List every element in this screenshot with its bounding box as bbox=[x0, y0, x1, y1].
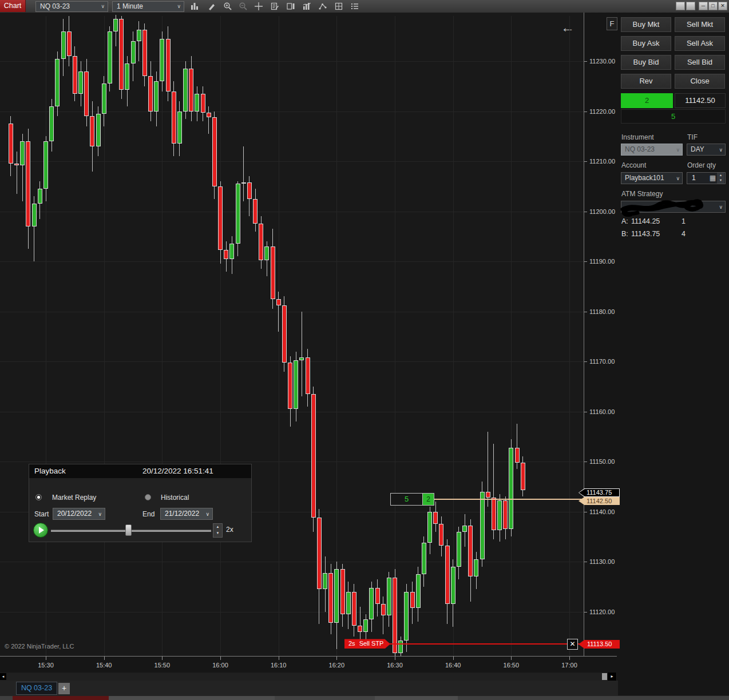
candle-down bbox=[393, 578, 397, 653]
close-position-button[interactable]: Close bbox=[675, 74, 725, 89]
candle-up bbox=[457, 532, 461, 567]
spin-up-icon[interactable]: ▲ bbox=[213, 524, 222, 530]
focus-button[interactable]: F bbox=[607, 17, 617, 30]
time-label: 16:20 bbox=[329, 662, 345, 669]
taskbar-edge-segment bbox=[13, 696, 109, 700]
window-title: Chart bbox=[0, 0, 26, 12]
sell-ask-button[interactable]: Sell Ask bbox=[675, 36, 725, 51]
candle-up bbox=[49, 106, 54, 141]
price-axis[interactable]: F 11143.75 11142.50 11113.50 11230.00112… bbox=[584, 13, 617, 656]
list-icon[interactable] bbox=[349, 1, 360, 11]
buy-mkt-button[interactable]: Buy Mkt bbox=[621, 17, 671, 32]
historical-radio[interactable] bbox=[145, 494, 151, 500]
interval-selector[interactable]: 1 Minute ∨ bbox=[112, 1, 184, 12]
horizontal-gridline bbox=[0, 212, 584, 212]
scroll-right-icon[interactable]: ▸ bbox=[608, 673, 616, 681]
spin-down-icon[interactable]: ▼ bbox=[213, 530, 222, 536]
grid-icon[interactable] bbox=[333, 1, 344, 11]
horizontal-gridline bbox=[0, 462, 584, 462]
play-button[interactable] bbox=[33, 523, 48, 538]
horizontal-gridline bbox=[0, 562, 584, 562]
candle-wick bbox=[278, 292, 279, 332]
price-chart[interactable]: ← © 2022 NinjaTrader, LLC 5 2 2sSell STP… bbox=[0, 13, 584, 656]
playback-header[interactable]: Playback 20/12/2022 16:51:41 bbox=[29, 464, 251, 478]
price-tick bbox=[584, 161, 587, 162]
price-label: 11180.00 bbox=[589, 308, 615, 315]
close-window-button[interactable]: ✕ bbox=[718, 2, 727, 10]
bars-icon[interactable] bbox=[189, 1, 200, 11]
chevron-down-icon: ∨ bbox=[719, 145, 723, 156]
zoom-in-icon[interactable] bbox=[222, 1, 233, 11]
pencil-icon[interactable] bbox=[206, 1, 217, 11]
rev-button[interactable]: Rev bbox=[621, 74, 671, 89]
price-label: 11160.00 bbox=[589, 408, 615, 415]
end-date-select[interactable]: 21/12/2022 ∨ bbox=[160, 508, 213, 520]
horizontal-gridline bbox=[0, 361, 584, 362]
tab-nq-03-23[interactable]: NQ 03-23 bbox=[16, 682, 57, 695]
atm-strategy-select[interactable]: ∨ bbox=[621, 201, 726, 213]
buy-bid-button[interactable]: Buy Bid bbox=[621, 55, 671, 70]
maximize-button[interactable]: □ bbox=[708, 2, 718, 10]
candle-down bbox=[311, 394, 316, 518]
spin-up-icon[interactable]: ▲ bbox=[717, 173, 724, 178]
start-date-select[interactable]: 20/12/2022 ∨ bbox=[53, 508, 105, 520]
candle-down bbox=[288, 363, 292, 409]
candle-up bbox=[96, 114, 101, 146]
polyline-icon[interactable] bbox=[317, 1, 328, 11]
stop-price-tag: 11113.50 bbox=[579, 640, 620, 649]
vertical-gridline bbox=[511, 16, 512, 656]
scrollbar-thumb[interactable] bbox=[602, 673, 607, 680]
tif-select[interactable]: DAY ∨ bbox=[687, 144, 726, 156]
speed-value: 2x bbox=[226, 526, 233, 534]
link-button-1[interactable] bbox=[676, 2, 685, 10]
link-button-2[interactable] bbox=[686, 2, 695, 10]
candle-down bbox=[352, 592, 356, 626]
sell-mkt-button[interactable]: Sell Mkt bbox=[675, 17, 725, 32]
candle-up bbox=[195, 94, 199, 112]
spin-down-icon[interactable]: ▼ bbox=[717, 178, 724, 183]
sell-bid-button[interactable]: Sell Bid bbox=[675, 55, 725, 70]
entry-qty-box[interactable]: 5 2 bbox=[390, 493, 434, 506]
playback-panel: Playback 20/12/2022 16:51:41 Market Repl… bbox=[29, 464, 252, 542]
candle-up bbox=[422, 543, 426, 574]
stop-order-label[interactable]: 2sSell STP bbox=[344, 639, 390, 649]
buy-ask-button[interactable]: Buy Ask bbox=[621, 36, 671, 51]
price-tick bbox=[584, 462, 587, 462]
market-replay-radio[interactable] bbox=[35, 494, 42, 500]
stop-qty-cell[interactable]: 5 bbox=[390, 493, 423, 506]
time-axis[interactable]: 15:3015:4015:5016:0016:1016:2016:3016:40… bbox=[0, 656, 617, 673]
add-tab-button[interactable]: + bbox=[58, 683, 70, 694]
account-select[interactable]: Playback101 ∨ bbox=[621, 172, 683, 184]
candle-down bbox=[306, 357, 310, 393]
account-value: Playback101 bbox=[625, 174, 664, 182]
minimize-button[interactable]: ─ bbox=[699, 2, 708, 10]
ask-size: 1 bbox=[682, 217, 686, 225]
qty-spinner[interactable]: ▲▼ bbox=[717, 173, 724, 184]
end-date-value: 21/12/2022 bbox=[165, 510, 199, 518]
position-qty-chip[interactable]: 2 bbox=[423, 493, 434, 506]
back-arrow-icon[interactable]: ← bbox=[561, 19, 575, 35]
cancel-stop-button[interactable]: ✕ bbox=[567, 639, 578, 650]
tif-value: DAY bbox=[691, 145, 704, 153]
candle-down bbox=[439, 524, 443, 545]
horizontal-scrollbar[interactable]: ◂ ▸ bbox=[0, 673, 617, 681]
notes-icon[interactable] bbox=[269, 1, 280, 11]
candle-down bbox=[207, 113, 211, 118]
vertical-gridline bbox=[336, 16, 337, 656]
candle-up bbox=[404, 592, 409, 641]
indicators-icon[interactable] bbox=[301, 1, 312, 11]
entry-order-line[interactable] bbox=[434, 499, 584, 500]
price-label: 11130.00 bbox=[589, 558, 615, 565]
order-qty-input[interactable]: 1 ▦ ▲▼ bbox=[687, 172, 726, 184]
vertical-gridline bbox=[46, 16, 46, 656]
instrument-selector[interactable]: NQ 03-23 ∨ bbox=[35, 1, 108, 12]
speed-spinner[interactable]: ▲▼ bbox=[213, 523, 223, 538]
zoom-out-icon[interactable] bbox=[237, 1, 249, 11]
titlebar: Chart NQ 03-23 ∨ 1 Minute ∨ ─ □ ✕ bbox=[0, 0, 729, 13]
scroll-left-icon[interactable]: ◂ bbox=[0, 673, 6, 680]
chart-trader-icon[interactable] bbox=[285, 1, 296, 11]
crosshair-icon[interactable] bbox=[253, 1, 264, 11]
calculator-icon[interactable]: ▦ bbox=[710, 173, 716, 184]
playback-slider-thumb[interactable] bbox=[125, 524, 132, 536]
candle-down bbox=[340, 569, 345, 614]
